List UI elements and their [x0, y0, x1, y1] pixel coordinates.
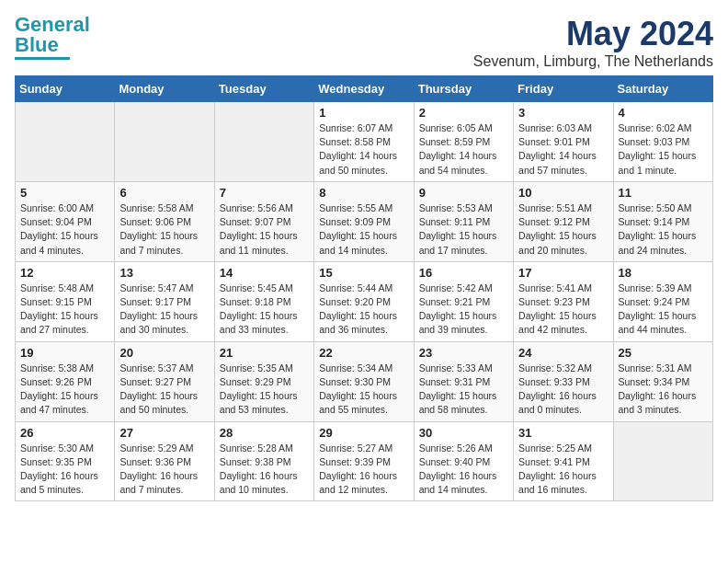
day-info: Sunrise: 5:41 AMSunset: 9:23 PMDaylight:… — [518, 282, 608, 338]
calendar-cell: 18Sunrise: 5:39 AMSunset: 9:24 PMDayligh… — [613, 261, 712, 341]
day-number: 23 — [419, 346, 508, 360]
calendar-cell: 21Sunrise: 5:35 AMSunset: 9:29 PMDayligh… — [214, 341, 313, 421]
calendar-cell: 19Sunrise: 5:38 AMSunset: 9:26 PMDayligh… — [16, 341, 115, 421]
day-number: 28 — [220, 426, 309, 440]
day-number: 27 — [119, 426, 209, 440]
logo-underline — [15, 57, 70, 60]
day-number: 8 — [319, 186, 408, 200]
calendar-cell: 28Sunrise: 5:28 AMSunset: 9:38 PMDayligh… — [214, 421, 313, 501]
calendar-cell: 29Sunrise: 5:27 AMSunset: 9:39 PMDayligh… — [314, 421, 414, 501]
calendar-cell — [16, 102, 115, 182]
weekday-thursday: Thursday — [414, 76, 513, 102]
calendar-title: May 2024 — [473, 15, 713, 53]
calendar-week-row: 5Sunrise: 6:00 AMSunset: 9:04 PMDaylight… — [16, 181, 713, 261]
day-number: 4 — [619, 106, 708, 120]
day-info: Sunrise: 5:27 AMSunset: 9:39 PMDaylight:… — [319, 442, 408, 498]
calendar-cell: 13Sunrise: 5:47 AMSunset: 9:17 PMDayligh… — [115, 261, 214, 341]
day-info: Sunrise: 5:39 AMSunset: 9:24 PMDaylight:… — [619, 282, 708, 338]
day-info: Sunrise: 5:51 AMSunset: 9:12 PMDaylight:… — [518, 201, 608, 258]
calendar-header: SundayMondayTuesdayWednesdayThursdayFrid… — [16, 76, 713, 102]
day-number: 17 — [518, 266, 608, 280]
day-number: 29 — [319, 426, 408, 440]
calendar-cell: 11Sunrise: 5:50 AMSunset: 9:14 PMDayligh… — [613, 181, 712, 261]
day-number: 18 — [619, 266, 708, 280]
day-info: Sunrise: 5:45 AMSunset: 9:18 PMDaylight:… — [220, 282, 309, 338]
calendar-cell: 15Sunrise: 5:44 AMSunset: 9:20 PMDayligh… — [314, 261, 414, 341]
calendar-cell: 1Sunrise: 6:07 AMSunset: 8:58 PMDaylight… — [314, 102, 414, 182]
day-info: Sunrise: 5:58 AMSunset: 9:06 PMDaylight:… — [119, 201, 209, 258]
calendar-cell: 5Sunrise: 6:00 AMSunset: 9:04 PMDaylight… — [16, 181, 115, 261]
day-info: Sunrise: 5:50 AMSunset: 9:14 PMDaylight:… — [619, 201, 708, 258]
calendar-cell: 27Sunrise: 5:29 AMSunset: 9:36 PMDayligh… — [115, 421, 214, 501]
weekday-wednesday: Wednesday — [314, 76, 414, 102]
day-number: 19 — [20, 346, 109, 360]
day-number: 30 — [419, 426, 508, 440]
day-number: 9 — [419, 186, 508, 200]
calendar-cell: 25Sunrise: 5:31 AMSunset: 9:34 PMDayligh… — [613, 341, 712, 421]
day-number: 26 — [20, 426, 109, 440]
day-number: 31 — [518, 426, 608, 440]
day-info: Sunrise: 5:34 AMSunset: 9:30 PMDaylight:… — [319, 362, 408, 418]
day-info: Sunrise: 5:28 AMSunset: 9:38 PMDaylight:… — [220, 442, 309, 498]
calendar-week-row: 12Sunrise: 5:48 AMSunset: 9:15 PMDayligh… — [16, 261, 713, 341]
calendar-cell: 17Sunrise: 5:41 AMSunset: 9:23 PMDayligh… — [514, 261, 613, 341]
weekday-sunday: Sunday — [16, 76, 115, 102]
day-number: 13 — [119, 266, 209, 280]
day-info: Sunrise: 5:33 AMSunset: 9:31 PMDaylight:… — [419, 362, 508, 418]
calendar-cell: 14Sunrise: 5:45 AMSunset: 9:18 PMDayligh… — [214, 261, 313, 341]
calendar-cell: 6Sunrise: 5:58 AMSunset: 9:06 PMDaylight… — [115, 181, 214, 261]
day-info: Sunrise: 5:37 AMSunset: 9:27 PMDaylight:… — [119, 362, 209, 418]
calendar-cell: 30Sunrise: 5:26 AMSunset: 9:40 PMDayligh… — [414, 421, 513, 501]
day-info: Sunrise: 5:38 AMSunset: 9:26 PMDaylight:… — [20, 362, 109, 418]
day-number: 11 — [619, 186, 708, 200]
calendar-cell: 26Sunrise: 5:30 AMSunset: 9:35 PMDayligh… — [16, 421, 115, 501]
day-info: Sunrise: 5:25 AMSunset: 9:41 PMDaylight:… — [518, 442, 608, 498]
day-number: 14 — [220, 266, 309, 280]
day-number: 16 — [419, 266, 508, 280]
page-header: General Blue May 2024 Sevenum, Limburg, … — [15, 15, 713, 70]
day-info: Sunrise: 6:03 AMSunset: 9:01 PMDaylight:… — [518, 121, 608, 178]
calendar-cell — [115, 102, 214, 182]
day-number: 5 — [20, 186, 109, 200]
day-info: Sunrise: 5:53 AMSunset: 9:11 PMDaylight:… — [419, 201, 508, 258]
calendar-cell: 16Sunrise: 5:42 AMSunset: 9:21 PMDayligh… — [414, 261, 513, 341]
day-info: Sunrise: 5:44 AMSunset: 9:20 PMDaylight:… — [319, 282, 408, 338]
calendar-cell: 7Sunrise: 5:56 AMSunset: 9:07 PMDaylight… — [214, 181, 313, 261]
day-info: Sunrise: 5:31 AMSunset: 9:34 PMDaylight:… — [619, 362, 708, 418]
calendar-cell: 8Sunrise: 5:55 AMSunset: 9:09 PMDaylight… — [314, 181, 414, 261]
calendar-cell — [613, 421, 712, 501]
logo-text: General Blue — [15, 15, 90, 55]
calendar-body: 1Sunrise: 6:07 AMSunset: 8:58 PMDaylight… — [16, 102, 713, 501]
weekday-header-row: SundayMondayTuesdayWednesdayThursdayFrid… — [16, 76, 713, 102]
calendar-cell: 10Sunrise: 5:51 AMSunset: 9:12 PMDayligh… — [514, 181, 613, 261]
day-number: 12 — [20, 266, 109, 280]
day-info: Sunrise: 5:30 AMSunset: 9:35 PMDaylight:… — [20, 442, 109, 498]
calendar-cell: 31Sunrise: 5:25 AMSunset: 9:41 PMDayligh… — [514, 421, 613, 501]
day-info: Sunrise: 5:48 AMSunset: 9:15 PMDaylight:… — [20, 282, 109, 338]
day-info: Sunrise: 6:07 AMSunset: 8:58 PMDaylight:… — [319, 121, 408, 178]
day-number: 15 — [319, 266, 408, 280]
calendar-cell: 2Sunrise: 6:05 AMSunset: 8:59 PMDaylight… — [414, 102, 513, 182]
day-number: 1 — [319, 106, 408, 120]
calendar-cell — [214, 102, 313, 182]
weekday-monday: Monday — [115, 76, 214, 102]
calendar-cell: 3Sunrise: 6:03 AMSunset: 9:01 PMDaylight… — [514, 102, 613, 182]
day-number: 22 — [319, 346, 408, 360]
weekday-saturday: Saturday — [613, 76, 712, 102]
calendar-week-row: 1Sunrise: 6:07 AMSunset: 8:58 PMDaylight… — [16, 102, 713, 182]
day-info: Sunrise: 6:02 AMSunset: 9:03 PMDaylight:… — [619, 121, 708, 178]
calendar-subtitle: Sevenum, Limburg, The Netherlands — [473, 53, 713, 70]
calendar-table: SundayMondayTuesdayWednesdayThursdayFrid… — [15, 75, 713, 501]
calendar-cell: 4Sunrise: 6:02 AMSunset: 9:03 PMDaylight… — [613, 102, 712, 182]
day-info: Sunrise: 5:35 AMSunset: 9:29 PMDaylight:… — [220, 362, 309, 418]
day-number: 25 — [619, 346, 708, 360]
day-number: 10 — [518, 186, 608, 200]
day-number: 2 — [419, 106, 508, 120]
day-info: Sunrise: 5:56 AMSunset: 9:07 PMDaylight:… — [220, 201, 309, 258]
title-block: May 2024 Sevenum, Limburg, The Netherlan… — [473, 15, 713, 70]
day-info: Sunrise: 6:00 AMSunset: 9:04 PMDaylight:… — [20, 201, 109, 258]
day-info: Sunrise: 5:47 AMSunset: 9:17 PMDaylight:… — [119, 282, 209, 338]
logo: General Blue — [15, 15, 90, 60]
calendar-cell: 9Sunrise: 5:53 AMSunset: 9:11 PMDaylight… — [414, 181, 513, 261]
day-info: Sunrise: 5:32 AMSunset: 9:33 PMDaylight:… — [518, 362, 608, 418]
